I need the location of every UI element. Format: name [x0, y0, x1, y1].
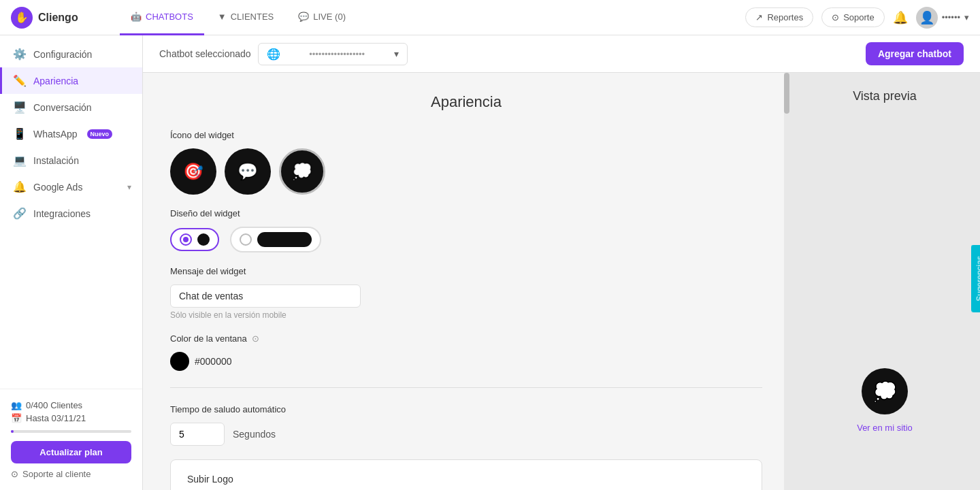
greeting-label: Tiempo de saludo automático [170, 404, 762, 414]
color-value: #000000 [195, 356, 232, 367]
greeting-unit: Segundos [233, 429, 276, 440]
scrollbar-track[interactable] [784, 73, 789, 490]
notification-bell-icon[interactable]: 🔔 [893, 10, 908, 25]
monitor-icon: 🖥️ [13, 101, 27, 114]
upload-title: Subir Logo [187, 474, 745, 485]
soporte-button[interactable]: ⊙ Soporte [821, 7, 885, 27]
whatsapp-icon: 📱 [13, 127, 27, 140]
top-nav: ✋ Cliengo 🤖 CHATBOTS ▼ CLIENTES 💬 LIVE (… [0, 0, 980, 35]
sidebar-item-conversacion[interactable]: 🖥️ Conversación [0, 94, 142, 120]
sidebar-menu: ⚙️ Configuración ✏️ Apariencia 🖥️ Conver… [0, 35, 142, 389]
greeting-input[interactable] [170, 423, 225, 446]
progress-fill [11, 430, 14, 433]
color-swatch-btn[interactable] [170, 352, 189, 371]
widget-icon-label: Ícono del widget [170, 130, 762, 140]
nav-tabs: 🤖 CHATBOTS ▼ CLIENTES 💬 LIVE (0) [120, 0, 745, 35]
chatbot-selector-label: Chatbot seleccionado [159, 48, 251, 59]
question-icon: ⊙ [832, 12, 839, 22]
preview-widget: 💭 Ver en mi sitio [857, 368, 913, 433]
greeting-section: Tiempo de saludo automático Segundos [170, 404, 762, 446]
chevron-down-icon: ▾ [127, 182, 131, 192]
logo: ✋ Cliengo [11, 7, 120, 29]
tab-chatbots[interactable]: 🤖 CHATBOTS [120, 0, 204, 35]
calendar-icon: 📅 [11, 413, 22, 423]
widget-icon-btn-2[interactable]: 💬 [225, 148, 271, 195]
widget-design-label: Diseño del widget [170, 208, 762, 218]
message-section: Mensaje del widget Sólo visible en la ve… [170, 266, 762, 320]
message-helper: Sólo visible en la versión mobile [170, 310, 762, 320]
toolbar: Chatbot seleccionado 🌐 •••••••••••••••••… [143, 35, 980, 73]
layout: ⚙️ Configuración ✏️ Apariencia 🖥️ Conver… [0, 35, 980, 490]
radio-selected-icon [180, 233, 192, 246]
client-count: 👥 0/400 Clientes [11, 400, 131, 410]
chatbot-selector: Chatbot seleccionado 🌐 •••••••••••••••••… [159, 43, 408, 65]
scrollbar-thumb[interactable] [784, 73, 789, 114]
new-badge: Nuevo [87, 129, 113, 139]
sidebar-item-configuracion[interactable]: ⚙️ Configuración [0, 41, 142, 67]
sidebar-footer: 👥 0/400 Clientes 📅 Hasta 03/11/21 Actual… [0, 389, 142, 490]
chevron-down-icon: ▾ [964, 12, 969, 22]
preview-panel: Vista previa 💭 Ver en mi sitio [789, 73, 980, 490]
chatbot-select-text: •••••••••••••••••• [309, 49, 365, 59]
widget-icon-section: Ícono del widget 🎯 💬 💭 [170, 130, 762, 195]
message-input[interactable] [170, 284, 361, 308]
dropdown-chevron-icon: ▾ [394, 48, 399, 59]
message-label: Mensaje del widget [170, 266, 762, 276]
gear-icon: ⚙️ [13, 48, 27, 61]
support-link[interactable]: ⊙ Soporte al cliente [11, 463, 131, 479]
sidebar-item-instalacion[interactable]: 💻 Instalación [0, 147, 142, 174]
link-icon: 🔗 [13, 207, 27, 220]
sidebar-item-integraciones[interactable]: 🔗 Integraciones [0, 200, 142, 227]
design-option-pill[interactable] [230, 227, 321, 252]
chart-icon: ↗ [755, 12, 763, 22]
users-icon: 👥 [11, 400, 22, 410]
bell-icon: 🔔 [13, 180, 27, 193]
color-row: #000000 [170, 352, 762, 371]
radio-unselected-icon [240, 233, 252, 246]
widget-design-section: Diseño del widget [170, 208, 762, 252]
progress-track [11, 430, 131, 433]
widget-icon-btn-3[interactable]: 💭 [279, 148, 325, 195]
pencil-icon: ✏️ [13, 74, 27, 87]
color-section: Color de la ventana ⊙ #000000 [170, 333, 762, 371]
brand-name: Cliengo [38, 12, 78, 24]
pill-design-preview [257, 232, 312, 247]
sugerencias-tab[interactable]: Sugerencias [971, 245, 980, 312]
color-label: Color de la ventana ⊙ [170, 333, 762, 344]
preview-widget-icon: 💭 [862, 368, 908, 414]
preview-title: Vista previa [853, 89, 917, 103]
laptop-icon: 💻 [13, 154, 27, 167]
view-site-link[interactable]: Ver en mi sitio [857, 423, 913, 433]
divider [170, 387, 762, 388]
chat-icon: 💬 [298, 12, 309, 22]
chatbot-dropdown[interactable]: 🌐 •••••••••••••••••• ▾ [258, 43, 408, 65]
filter-icon: ▼ [218, 12, 227, 22]
expiry-date: 📅 Hasta 03/11/21 [11, 413, 131, 423]
greeting-row: Segundos [170, 423, 762, 446]
design-option-circle[interactable] [170, 228, 219, 251]
upload-logo-box: Subir Logo 🖼 🗑 Cambiar Imagen Tamaño ide… [170, 459, 762, 490]
circle-design-preview [197, 233, 210, 246]
avatar: 👤 [916, 7, 938, 29]
main: Chatbot seleccionado 🌐 •••••••••••••••••… [143, 35, 980, 490]
widget-icon-btn-1[interactable]: 🎯 [170, 148, 216, 195]
content-area: Apariencia Ícono del widget 🎯 💬 💭 [143, 73, 980, 490]
widget-icon-options: 🎯 💬 💭 [170, 148, 762, 195]
section-title: Apariencia [170, 93, 762, 111]
question-circle-icon: ⊙ [11, 469, 18, 479]
tab-clientes[interactable]: ▼ CLIENTES [207, 0, 284, 35]
widget-design-options [170, 227, 762, 252]
tab-live[interactable]: 💬 LIVE (0) [287, 0, 357, 35]
upgrade-button[interactable]: Actualizar plan [11, 441, 131, 463]
reportes-button[interactable]: ↗ Reportes [745, 7, 813, 27]
add-chatbot-button[interactable]: Agregar chatbot [866, 42, 964, 65]
sidebar-item-apariencia[interactable]: ✏️ Apariencia [0, 67, 142, 94]
logo-icon: ✋ [11, 7, 33, 29]
globe-icon: 🌐 [267, 48, 280, 61]
color-help-icon[interactable]: ⊙ [252, 333, 259, 344]
user-area[interactable]: 👤 •••••• ▾ [916, 7, 969, 29]
nav-right: ↗ Reportes ⊙ Soporte 🔔 👤 •••••• ▾ [745, 7, 969, 29]
sidebar-item-google-ads[interactable]: 🔔 Google Ads ▾ [0, 174, 142, 200]
sidebar-item-whatsapp[interactable]: 📱 WhatsApp Nuevo [0, 120, 142, 147]
chatbots-icon: 🤖 [131, 12, 142, 22]
